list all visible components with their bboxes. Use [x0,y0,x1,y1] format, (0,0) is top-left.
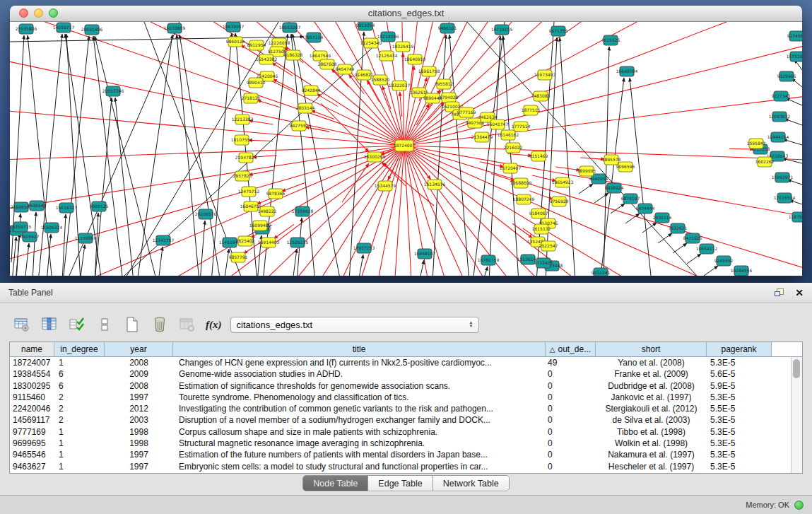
cell-year[interactable]: 1997 [105,392,173,403]
graph-node-teal[interactable]: 9032241 [592,268,611,276]
network-table-select[interactable]: citations_edges.txt ▲ ▼ [230,317,479,333]
cell-in-degree[interactable]: 1 [54,426,105,438]
select-stepper-icon[interactable]: ▲ ▼ [467,321,476,328]
cell-in-degree[interactable]: 1 [54,461,105,472]
cell-short[interactable]: Nakamura et al. (1997) [596,449,707,460]
cell-short[interactable]: Wolkin et al. (1998) [596,438,707,449]
float-window-icon[interactable] [775,288,784,296]
graph-node-yellow[interactable]: 7625402 [236,236,255,246]
column-header-short[interactable]: short [596,342,707,357]
cell-pagerank[interactable]: 5.3E-5 [707,438,772,449]
graph-node-yellow[interactable]: 18325419 [392,42,414,52]
cell-name[interactable]: 19384554 [10,368,54,380]
cell-in-degree[interactable]: 2 [54,403,105,414]
graph-node-yellow[interactable]: 8186328 [284,50,303,60]
table-row[interactable]: 1830029562008Estimation of significance … [10,380,802,392]
graph-node-yellow[interactable]: 21364479 [471,132,493,142]
graph-node-teal[interactable]: 12342757 [153,235,175,245]
graph-node-teal[interactable]: 9245652 [714,256,734,266]
graph-node-teal[interactable]: 9329966 [777,71,796,81]
graph-node-teal[interactable]: 8938924 [605,183,624,193]
cell-name[interactable]: 9115460 [10,392,54,403]
network-window[interactable]: citations_edges.txt 21935806140557172069… [10,6,802,276]
graph-node-teal[interactable]: 12444154 [767,132,789,142]
graph-node-yellow[interactable]: 9857791 [229,252,248,262]
graph-node-yellow[interactable]: 1588520 [371,75,390,85]
graph-node-yellow[interactable]: 10688609 [510,178,532,188]
graph-node-teal[interactable]: 21935806 [16,24,37,34]
graph-node-yellow[interactable]: 18300295 [364,152,386,162]
graph-node-yellow[interactable]: 12475712 [238,187,260,197]
cell-name[interactable]: 9463627 [10,461,54,472]
graph-node-yellow[interactable]: 1895578 [602,155,621,165]
graph-node-teal[interactable]: 16033809 [164,23,186,33]
cell-short[interactable]: Tibbo et al. (1998) [596,426,707,438]
cell-short[interactable]: Stergiakouli et al. (2012) [596,403,707,414]
table-vertical-scrollbar[interactable] [791,357,802,473]
graph-node-teal[interactable]: 9474444 [636,204,655,214]
cell-in-degree[interactable]: 1 [54,438,105,449]
graph-node-yellow[interactable]: 16041747 [487,119,509,129]
graph-node-yellow[interactable]: 2522547 [539,241,558,251]
cell-name[interactable]: 22420046 [10,403,54,414]
tab-edge-table[interactable]: Edge Table [368,476,433,491]
cell-out-de-[interactable]: 0 [546,403,596,414]
graph-node-yellow[interactable]: 9096596 [616,162,635,172]
table-row[interactable]: 1456911722003Disruption of a novel membe… [10,414,802,426]
graph-node-yellow[interactable]: 9242844 [302,86,321,95]
graph-node-teal[interactable]: 17016504 [774,193,796,203]
cell-title[interactable]: Estimation of the future numbers of pati… [173,449,546,460]
graph-node-teal[interactable]: 9466161 [438,23,457,33]
cell-out-de-[interactable]: 0 [546,380,596,392]
graph-node-yellow[interactable]: 1498222 [258,206,277,216]
graph-node-yellow[interactable]: 1595847 [747,139,766,148]
graph-node-teal[interactable]: 9274561 [787,31,802,41]
table-row[interactable]: 946554611997Estimation of the future num… [10,449,802,460]
graph-node-teal[interactable]: 17359928 [292,206,314,216]
column-header-name[interactable]: name [10,342,54,357]
graph-node-teal[interactable]: 20206576 [195,209,217,219]
table-row[interactable]: 2242004622012Investigating the contribut… [10,403,802,414]
graph-node-yellow[interactable]: 2867608 [318,59,337,69]
graph-node-yellow[interactable]: 9899695 [577,166,596,176]
graph-node-teal[interactable]: 16958107 [414,249,436,259]
cell-pagerank[interactable]: 5.9E-5 [707,380,772,392]
graph-node-teal[interactable]: 20691406 [81,25,103,35]
cell-year[interactable]: 1998 [105,426,173,438]
graph-node-yellow[interactable]: 16961758 [418,66,440,76]
graph-node-teal[interactable]: 15616327 [56,203,78,213]
cell-name[interactable]: 18724007 [10,357,54,368]
graph-node-teal[interactable]: 20053346 [102,86,124,96]
graph-node-yellow[interactable]: 9890410 [247,78,266,88]
graph-node-yellow[interactable]: 7483083 [531,91,551,101]
cell-title[interactable]: Estimation of significance thresholds fo… [173,380,546,392]
cell-title[interactable]: Changes of HCN gene expression and I(f) … [173,357,546,368]
cell-title[interactable]: Tourette syndrome. Phenomenology and cla… [173,392,546,403]
cell-year[interactable]: 1997 [105,449,173,460]
graph-node-yellow[interactable]: 1615132 [532,224,551,234]
cell-pagerank[interactable]: 5.3E-5 [707,449,772,460]
graph-node-teal[interactable]: 10654112 [696,244,718,254]
cell-title[interactable]: Genome-wide association studies in ADHD. [173,368,546,380]
graph-node-yellow[interactable]: 2216022 [504,143,523,153]
cell-short[interactable]: Dudbridge et al. (2008) [596,380,707,392]
cell-pagerank[interactable]: 5.3E-5 [707,392,772,403]
graph-node-yellow[interactable]: 18107554 [231,135,253,145]
graph-node-yellow[interactable]: 18807249 [513,194,535,204]
cell-out-de-[interactable]: 0 [546,414,596,426]
cell-out-de-[interactable]: 0 [546,449,596,460]
cell-in-degree[interactable]: 2 [54,392,105,403]
cell-name[interactable]: 9777169 [10,426,54,438]
delete-table-button[interactable] [151,315,169,334]
network-canvas[interactable]: 2193580614055717206914061603380918839057… [10,22,802,276]
column-header-year[interactable]: year [105,342,173,357]
graph-node-yellow[interactable]: 18322037 [389,81,411,90]
graph-node-teal[interactable]: 17957253 [353,243,375,253]
graph-node-yellow[interactable]: 2803144 [296,103,315,113]
graph-node-teal[interactable]: 15751074 [787,52,802,62]
graph-node-teal[interactable]: 10284556 [731,266,753,276]
graph-node-yellow[interactable]: 16146162 [498,130,519,140]
function-builder-icon[interactable]: f(x) [206,319,222,331]
cell-out-de-[interactable]: 49 [546,357,596,368]
cell-in-degree[interactable]: 2 [54,414,105,426]
